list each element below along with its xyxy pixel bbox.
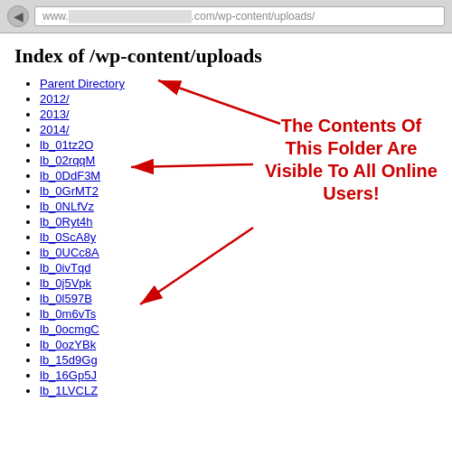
url-display: www.████████████████.com/wp-content/uplo…: [42, 10, 315, 23]
list-item: Parent Directory: [40, 77, 438, 90]
warning-box: The Contents Of This Folder Are Visible …: [263, 115, 439, 205]
list-item: lb_1LVCLZ: [40, 384, 438, 397]
file-link[interactable]: lb_15d9Gg: [40, 353, 98, 367]
list-item: lb_15d9Gg: [40, 353, 438, 367]
file-link[interactable]: lb_1LVCLZ: [40, 384, 98, 397]
list-item: 2012/: [40, 92, 438, 106]
file-link[interactable]: lb_0DdF3M: [40, 169, 100, 182]
file-link[interactable]: lb_0ocmgC: [40, 322, 99, 336]
list-item: lb_0ScA8y: [40, 230, 438, 244]
warning-text: The Contents Of This Folder Are Visible …: [263, 115, 439, 205]
back-button[interactable]: ◀: [7, 5, 29, 27]
file-link[interactable]: lb_0j5Vpk: [40, 276, 91, 290]
file-link[interactable]: lb_0l597B: [40, 292, 92, 305]
file-link[interactable]: lb_0ozYBk: [40, 338, 96, 351]
file-link[interactable]: lb_0ScA8y: [40, 230, 96, 244]
list-item: lb_0Ryt4h: [40, 215, 438, 229]
list-item: lb_0l597B: [40, 292, 438, 305]
list-item: lb_0ocmgC: [40, 322, 438, 336]
list-item: lb_0UCc8A: [40, 246, 438, 259]
browser-chrome: ◀ www.████████████████.com/wp-content/up…: [0, 0, 452, 33]
address-bar[interactable]: www.████████████████.com/wp-content/uplo…: [34, 6, 445, 26]
file-link[interactable]: lb_02rqqM: [40, 154, 95, 167]
list-item: lb_0ivTqd: [40, 261, 438, 275]
file-link[interactable]: lb_0Ryt4h: [40, 215, 93, 229]
file-link[interactable]: lb_16Gp5J: [40, 369, 97, 382]
file-link[interactable]: lb_01tz2O: [40, 138, 93, 152]
file-link[interactable]: 2013/: [40, 107, 70, 121]
list-item: lb_16Gp5J: [40, 369, 438, 382]
file-link[interactable]: 2012/: [40, 92, 70, 106]
file-link[interactable]: lb_0UCc8A: [40, 246, 99, 259]
file-link[interactable]: lb_0m6vTs: [40, 307, 96, 321]
file-link[interactable]: Parent Directory: [40, 77, 125, 90]
file-link[interactable]: lb_0ivTqd: [40, 261, 90, 275]
page-title: Index of /wp-content/uploads: [14, 44, 438, 68]
list-item: lb_0m6vTs: [40, 307, 438, 321]
list-item: lb_0j5Vpk: [40, 276, 438, 290]
page-content: Index of /wp-content/uploads Parent Dire…: [0, 33, 452, 410]
file-link[interactable]: lb_0NLfVz: [40, 200, 94, 213]
file-link[interactable]: 2014/: [40, 123, 70, 136]
list-item: lb_0ozYBk: [40, 338, 438, 351]
file-link[interactable]: lb_0GrMT2: [40, 184, 99, 198]
